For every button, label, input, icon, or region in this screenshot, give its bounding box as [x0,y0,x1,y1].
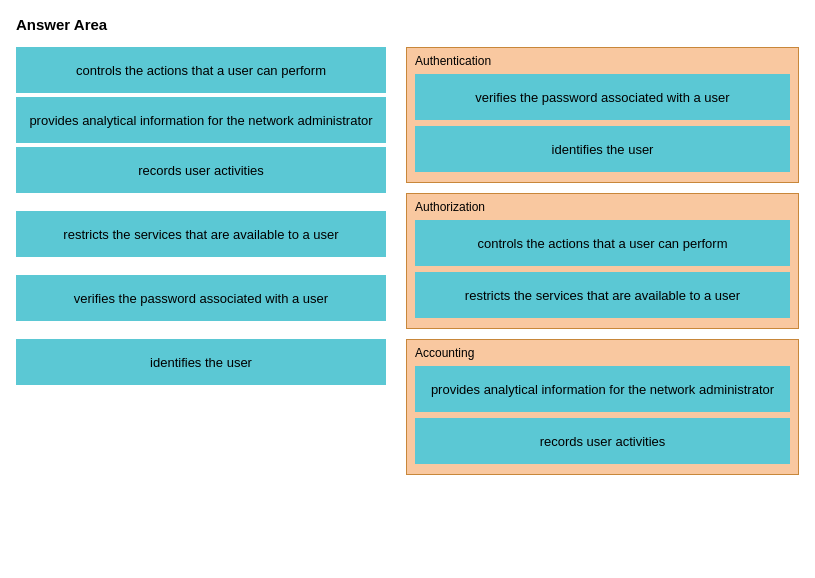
left-column: controls the actions that a user can per… [16,47,386,385]
list-item[interactable]: records user activities [415,418,790,464]
authorization-items: controls the actions that a user can per… [415,220,790,318]
list-item[interactable]: verifies the password associated with a … [415,74,790,120]
accounting-items: provides analytical information for the … [415,366,790,464]
list-item[interactable]: identifies the user [16,339,386,385]
accounting-box: Accounting provides analytical informati… [406,339,799,475]
list-item[interactable]: restricts the services that are availabl… [415,272,790,318]
list-item[interactable]: identifies the user [415,126,790,172]
spacer [16,261,386,271]
list-item[interactable]: restricts the services that are availabl… [16,211,386,257]
authentication-items: verifies the password associated with a … [415,74,790,172]
spacer [16,325,386,335]
list-item[interactable]: records user activities [16,147,386,193]
list-item[interactable]: controls the actions that a user can per… [16,47,386,93]
authentication-title: Authentication [415,54,790,68]
authentication-box: Authentication verifies the password ass… [406,47,799,183]
spacer [16,197,386,207]
authorization-title: Authorization [415,200,790,214]
list-item[interactable]: provides analytical information for the … [415,366,790,412]
page-title: Answer Area [16,16,799,33]
accounting-title: Accounting [415,346,790,360]
answer-area: controls the actions that a user can per… [16,47,799,475]
list-item[interactable]: controls the actions that a user can per… [415,220,790,266]
list-item[interactable]: verifies the password associated with a … [16,275,386,321]
right-column: Authentication verifies the password ass… [406,47,799,475]
list-item[interactable]: provides analytical information for the … [16,97,386,143]
authorization-box: Authorization controls the actions that … [406,193,799,329]
